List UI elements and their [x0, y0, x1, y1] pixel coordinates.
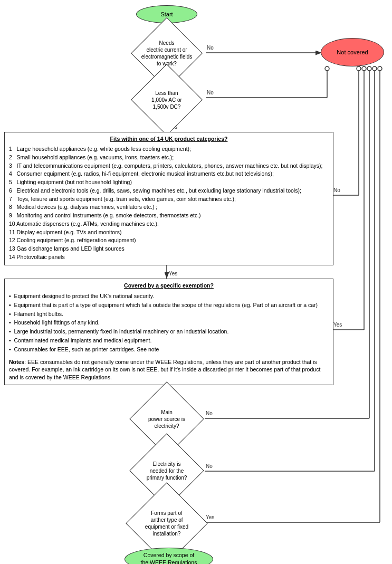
svg-point-41: [378, 66, 382, 71]
svg-text:No: No: [207, 90, 214, 95]
diamond2-wrapper: Less than1,000v AC or1,500v DC?: [130, 78, 204, 121]
diamond5-wrapper: Forms part ofanther type ofequipment or …: [125, 498, 209, 549]
diamond5-text: Forms part ofanther type ofequipment or …: [145, 510, 188, 537]
svg-point-35: [372, 66, 377, 71]
exemption-notes: Notes: EEE consumables do not generally …: [9, 358, 329, 381]
svg-text:Yes: Yes: [169, 271, 177, 276]
covered-shape: Covered by scope ofthe WEEE Regulations: [125, 548, 213, 564]
diamond2-text: Less than1,000v AC or1,500v DC?: [151, 90, 182, 110]
diamond3-text: Mainpower source iselectricity?: [148, 409, 185, 429]
svg-point-11: [325, 66, 329, 71]
categories-box: Fits within one of 14 UK product categor…: [4, 132, 333, 265]
exemption-box: Covered by a specific exemption? • Equip…: [4, 279, 333, 385]
svg-text:No: No: [206, 463, 213, 469]
svg-text:Yes: Yes: [333, 322, 342, 328]
not-covered-shape: Not covered: [321, 38, 384, 66]
svg-text:No: No: [333, 187, 340, 193]
start-label: Start: [160, 11, 173, 17]
not-covered-label: Not covered: [337, 49, 368, 55]
svg-point-23: [362, 66, 366, 71]
svg-point-17: [357, 66, 361, 71]
flowchart: Yes No Yes No Yes No No Yes Yes: [0, 0, 392, 564]
svg-point-29: [367, 66, 371, 71]
covered-label: Covered by scope ofthe WEEE Regulations: [141, 552, 197, 564]
exemption-bullets: • Equipment designed to protect the UK's…: [9, 292, 329, 354]
categories-list: 1 Large household appliances (e.g. white…: [9, 145, 329, 262]
categories-title: Fits within one of 14 UK product categor…: [9, 136, 329, 142]
diamond1-text: Needselectric current orelectromagnetic …: [141, 40, 193, 67]
exemption-title: Covered by a specific exemption?: [9, 282, 329, 289]
svg-text:No: No: [207, 45, 214, 51]
diamond4-text: Electricity isneeded for theprimary func…: [147, 461, 187, 481]
svg-text:No: No: [206, 410, 213, 416]
